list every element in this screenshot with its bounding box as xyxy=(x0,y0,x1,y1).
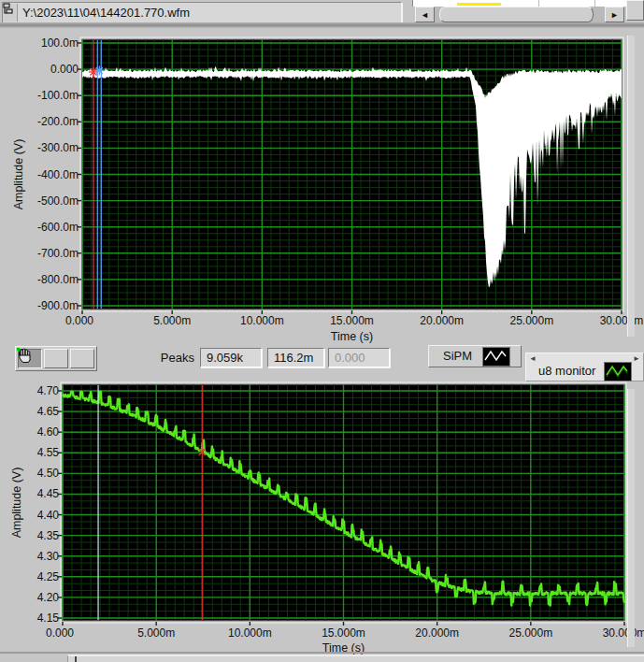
u8-monitor-plot[interactable]: 4.704.654.604.554.504.454.404.354.304.25… xyxy=(0,381,644,655)
y-tick-label: 4.20 xyxy=(37,591,60,604)
x-tick-label: 15.000m xyxy=(322,626,365,640)
y-tick-label: 4.25 xyxy=(37,570,60,583)
x-tick-label: 0.000 xyxy=(65,314,93,327)
y-tick-label: 4.35 xyxy=(37,529,60,542)
y-tick-label: -700.0m xyxy=(37,247,79,260)
x-tick-label: 5.000m xyxy=(153,314,191,327)
peaks-value-2[interactable]: 116.2m xyxy=(267,348,324,367)
scrollbar-track[interactable] xyxy=(435,7,605,22)
x-tick-label: 20.000m xyxy=(415,626,459,640)
y-tick-label: 0.000 xyxy=(50,63,79,76)
x-tick-label: 25.000m xyxy=(509,314,553,327)
pan-tool-button[interactable] xyxy=(70,349,94,368)
legend-item-sipm[interactable]: SiPM xyxy=(428,345,522,367)
y-tick-label: 4.15 xyxy=(37,612,60,625)
chart-edge-strip xyxy=(627,36,635,337)
x-tick-label: 10.000m xyxy=(240,314,284,327)
legend-label: SiPM xyxy=(443,349,472,363)
waveform-viewer-window: Y:\2023\11\04\144201.770.wfm ◄ ► 100.0m0… xyxy=(0,0,644,662)
path-icon xyxy=(3,4,18,22)
y-tick-label: 4.40 xyxy=(37,509,60,522)
left-arrow-icon: ◄ xyxy=(421,10,429,20)
x-tick-label: 5.000m xyxy=(137,626,175,640)
x-axis-label: Time (s) xyxy=(331,330,373,343)
y-tick-label: 4.60 xyxy=(37,425,60,439)
bottom-divider xyxy=(0,652,644,654)
table-grid-line xyxy=(594,0,595,7)
graph-palette xyxy=(15,346,97,371)
legend-scroll-right-icon[interactable]: ► xyxy=(633,354,640,363)
y-tick-label: 4.30 xyxy=(37,550,60,563)
top-scrollbar[interactable]: ◄ ► xyxy=(415,7,624,22)
y-tick-label: 4.65 xyxy=(37,405,60,418)
y-tick-label: -500.0m xyxy=(37,194,79,208)
legend-scroll-left-icon[interactable]: ◄ xyxy=(529,354,537,363)
sipm-waveform-swatch[interactable] xyxy=(482,347,510,367)
peaks-value-1[interactable]: 9.059k xyxy=(200,348,262,367)
scrollbar-thumb[interactable] xyxy=(439,7,594,22)
y-tick-label: 100.0m xyxy=(41,36,79,50)
y-tick-label: -400.0m xyxy=(37,168,79,181)
scroll-right-button[interactable]: ► xyxy=(605,7,624,22)
corner-button[interactable] xyxy=(626,0,644,21)
scroll-left-button[interactable]: ◄ xyxy=(415,7,435,22)
x-tick-label: 30.000m xyxy=(600,314,644,327)
peaks-label: Peaks xyxy=(140,351,194,365)
table-grid-line xyxy=(538,0,539,7)
y-tick-label: 4.45 xyxy=(37,487,60,500)
right-arrow-icon: ► xyxy=(610,10,619,20)
y-tick-label: -600.0m xyxy=(37,221,79,234)
x-tick-label: 25.000m xyxy=(508,626,552,640)
y-tick-label: -100.0m xyxy=(37,89,79,102)
u8-waveform-swatch[interactable] xyxy=(604,362,632,381)
y-tick-label: 4.55 xyxy=(37,446,60,459)
table-sliver xyxy=(412,0,630,7)
y-tick-label: -800.0m xyxy=(37,273,79,286)
x-tick-label: 10.000m xyxy=(228,626,272,640)
y-tick-label: -900.0m xyxy=(37,299,79,312)
x-tick-label: 20.000m xyxy=(420,314,464,327)
bottom-scrollbar-sliver[interactable] xyxy=(67,655,644,662)
highlighted-cell-marker xyxy=(457,3,501,6)
legend-label: u8 monitor xyxy=(538,364,595,378)
x-tick-label: 0.000 xyxy=(46,626,74,640)
y-axis-label: Amplitude (V) xyxy=(10,468,23,539)
y-tick-label: -300.0m xyxy=(37,141,79,154)
y-tick-label: 4.70 xyxy=(37,384,60,397)
y-axis-label: Amplitude (V) xyxy=(12,139,25,210)
x-tick-label: 30.000m xyxy=(603,626,644,640)
legend-item-u8-monitor[interactable]: ◄ ► u8 monitor xyxy=(525,353,644,381)
peaks-value-3: 0.000 xyxy=(328,348,390,367)
chart-edge-strip xyxy=(627,389,635,647)
u8-monitor-chart-block: 4.704.654.604.554.504.454.404.354.304.25… xyxy=(0,381,644,655)
file-path-value[interactable]: Y:\2023\11\04\144201.770.wfm xyxy=(18,6,190,20)
y-tick-label: -200.0m xyxy=(37,115,79,128)
x-tick-label: 15.000m xyxy=(330,314,374,327)
y-tick-label: 4.50 xyxy=(37,467,60,480)
sipm-chart-block: 100.0m0.000-100.0m-200.0m-300.0m-400.0m-… xyxy=(0,28,644,344)
hand-icon xyxy=(16,347,33,363)
file-path-control[interactable]: Y:\2023\11\04\144201.770.wfm xyxy=(2,2,402,23)
zoom-tool-button[interactable] xyxy=(44,349,68,368)
scrollbar-tick xyxy=(75,656,77,662)
sipm-plot[interactable]: 100.0m0.000-100.0m-200.0m-300.0m-400.0m-… xyxy=(0,28,644,344)
